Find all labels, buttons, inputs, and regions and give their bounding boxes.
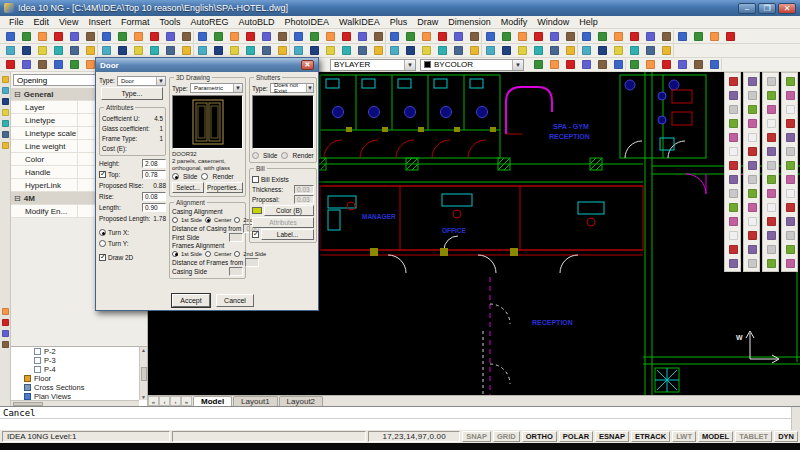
cancel-button[interactable]: Cancel bbox=[216, 294, 254, 307]
length-field[interactable]: 0.90 bbox=[142, 203, 166, 212]
status-toggle[interactable]: SNAP bbox=[462, 431, 491, 442]
toolbar-icon[interactable] bbox=[546, 44, 562, 57]
toolbar-icon[interactable] bbox=[706, 58, 722, 71]
toolbar-icon[interactable] bbox=[726, 200, 740, 214]
toolbar-icon[interactable] bbox=[386, 30, 402, 43]
menu-item[interactable]: Dimension bbox=[443, 17, 496, 27]
tab-nav-arrow[interactable]: « bbox=[148, 396, 159, 406]
toolbar-icon[interactable] bbox=[194, 30, 210, 43]
toolbar-icon[interactable] bbox=[726, 144, 740, 158]
toolbar-icon[interactable] bbox=[34, 30, 50, 43]
toolbar-icon[interactable] bbox=[242, 30, 258, 43]
toolbar-icon[interactable] bbox=[726, 214, 740, 228]
toolbar-icon[interactable] bbox=[764, 228, 778, 242]
select-button[interactable]: Select... bbox=[172, 182, 204, 193]
toolbar-icon[interactable] bbox=[0, 85, 10, 96]
toolbar-icon[interactable] bbox=[783, 158, 797, 172]
menu-item[interactable]: PhotoIDEA bbox=[280, 17, 335, 27]
toolbar-icon[interactable] bbox=[783, 242, 797, 256]
layout-tab[interactable]: Layout2 bbox=[279, 396, 323, 406]
toolbar-icon[interactable] bbox=[162, 44, 178, 57]
toolbar-icon[interactable] bbox=[594, 30, 610, 43]
turn-y-radio[interactable] bbox=[99, 240, 106, 247]
toolbar-icon[interactable] bbox=[354, 30, 370, 43]
toolbar-icon[interactable] bbox=[50, 30, 66, 43]
toolbar-icon[interactable] bbox=[0, 317, 10, 328]
toolbar-icon[interactable] bbox=[578, 58, 594, 71]
toolbar-icon[interactable] bbox=[764, 256, 778, 270]
tab-nav-arrow[interactable]: ‹ bbox=[159, 396, 170, 406]
toolbar-icon[interactable] bbox=[745, 256, 759, 270]
toolbar-icon[interactable] bbox=[18, 58, 34, 71]
toolbar-icon[interactable] bbox=[626, 44, 642, 57]
menu-item[interactable]: View bbox=[54, 17, 83, 27]
status-toggle[interactable]: POLAR bbox=[559, 431, 593, 442]
toolbar-icon[interactable] bbox=[783, 214, 797, 228]
tree-item[interactable]: P-3 bbox=[11, 356, 139, 365]
toolbar-icon[interactable] bbox=[726, 256, 740, 270]
color-button[interactable]: Color (B) bbox=[264, 205, 314, 216]
toolbar-icon[interactable] bbox=[450, 30, 466, 43]
toolbar-icon[interactable] bbox=[745, 158, 759, 172]
color-select[interactable]: BYCOLOR ▼ bbox=[420, 59, 524, 71]
toolbar-icon[interactable] bbox=[578, 44, 594, 57]
tree-item[interactable]: Cross Sections bbox=[11, 383, 139, 392]
toolbar-icon[interactable] bbox=[66, 44, 82, 57]
toolbar-icon[interactable] bbox=[722, 30, 738, 43]
toolbar-icon[interactable] bbox=[466, 44, 482, 57]
toolbar-icon[interactable] bbox=[242, 44, 258, 57]
command-input-line[interactable] bbox=[0, 419, 800, 430]
toolbar-icon[interactable] bbox=[418, 44, 434, 57]
menu-item[interactable]: File bbox=[4, 17, 29, 27]
toolbar-icon[interactable] bbox=[764, 130, 778, 144]
toolbar-icon[interactable] bbox=[610, 44, 626, 57]
toolbar-icon[interactable] bbox=[745, 116, 759, 130]
label-checkbox[interactable] bbox=[252, 231, 259, 238]
tab-nav-arrow[interactable]: › bbox=[170, 396, 181, 406]
toolbar-icon[interactable] bbox=[764, 172, 778, 186]
layout-tab[interactable]: Model bbox=[193, 396, 232, 406]
menu-item[interactable]: Edit bbox=[29, 17, 55, 27]
slide-radio[interactable] bbox=[172, 173, 179, 180]
status-toggle[interactable]: ETRACK bbox=[631, 431, 670, 442]
toolbar-icon[interactable] bbox=[2, 30, 18, 43]
menu-item[interactable]: Modify bbox=[496, 17, 533, 27]
top-field[interactable]: 0.78 bbox=[142, 170, 166, 179]
type-button[interactable]: Type... bbox=[101, 87, 163, 100]
toolbar-icon[interactable] bbox=[146, 30, 162, 43]
menu-item[interactable]: Help bbox=[574, 17, 603, 27]
toolbar-icon[interactable] bbox=[745, 228, 759, 242]
toolbar-icon[interactable] bbox=[783, 130, 797, 144]
menu-item[interactable]: AutoREG bbox=[185, 17, 233, 27]
toolbar-icon[interactable] bbox=[370, 30, 386, 43]
toolbar-icon[interactable] bbox=[674, 30, 690, 43]
layer-select[interactable]: BYLAYER ▼ bbox=[330, 59, 416, 71]
toolbar-icon[interactable] bbox=[0, 107, 10, 118]
toolbar-icon[interactable] bbox=[434, 30, 450, 43]
tree-item[interactable]: Floor bbox=[11, 374, 139, 383]
toolbar-icon[interactable] bbox=[130, 44, 146, 57]
toolbar-icon[interactable] bbox=[418, 30, 434, 43]
toolbar-icon[interactable] bbox=[764, 242, 778, 256]
toolbar-icon[interactable] bbox=[482, 30, 498, 43]
tree-item[interactable]: P-4 bbox=[11, 365, 139, 374]
toolbar-icon[interactable] bbox=[0, 118, 10, 129]
toolbar-icon[interactable] bbox=[66, 58, 82, 71]
menu-item[interactable]: Format bbox=[116, 17, 155, 27]
toolbar-icon[interactable] bbox=[114, 30, 130, 43]
accept-button[interactable]: Accept bbox=[172, 294, 210, 307]
toolbar-icon[interactable] bbox=[482, 44, 498, 57]
menu-item[interactable]: Draw bbox=[412, 17, 443, 27]
toolbar-icon[interactable] bbox=[783, 88, 797, 102]
toolbar-icon[interactable] bbox=[370, 44, 386, 57]
toolbar-icon[interactable] bbox=[745, 144, 759, 158]
toolbar-icon[interactable] bbox=[726, 242, 740, 256]
toolbar-icon[interactable] bbox=[726, 102, 740, 116]
toolbar-icon[interactable] bbox=[2, 58, 18, 71]
toolbar-icon[interactable] bbox=[466, 30, 482, 43]
toolbar-icon[interactable] bbox=[626, 30, 642, 43]
toolbar-icon[interactable] bbox=[764, 214, 778, 228]
toolbar-icon[interactable] bbox=[658, 30, 674, 43]
toolbar-icon[interactable] bbox=[726, 228, 740, 242]
toolbar-icon[interactable] bbox=[578, 30, 594, 43]
